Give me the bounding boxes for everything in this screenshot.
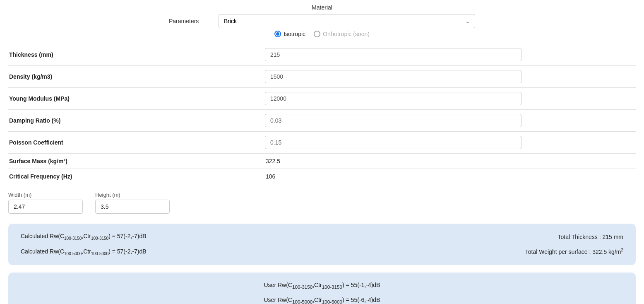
results-right: Total Thickness : 215 mm Total Weight pe… xyxy=(525,234,623,255)
width-group: Width (m) xyxy=(8,192,83,214)
surface-mass-value: 322.5 xyxy=(265,158,280,164)
param-row-young-modulus: Young Modulus (MPa) xyxy=(8,88,636,110)
param-name-critical-freq: Critical Frequency (Hz) xyxy=(8,173,265,180)
param-row-surface-mass: Surface Mass (kg/m²) 322.5 xyxy=(8,154,636,169)
calc-rw-5000: Calculated Rw(C100-5000,Ctr100-5000) = 5… xyxy=(21,248,147,256)
calculated-results-box: Calculated Rw(C100-3150,Ctr100-3150) = 5… xyxy=(8,224,636,265)
dimensions-section: Width (m) Height (m) xyxy=(8,192,636,214)
param-row-density: Density (kg/m3) xyxy=(8,66,636,88)
param-value-damping-ratio xyxy=(265,114,636,127)
total-thickness: Total Thickness : 215 mm xyxy=(525,234,623,240)
user-results-box: User Rw(C100-3150,Ctr100-3150) = 55(-1,-… xyxy=(8,273,636,304)
user-rw-5000: User Rw(C100-5000,Ctr100-5000) = 55(-6,-… xyxy=(264,297,380,304)
material-row: Parameters Brick Concrete Glass Steel Wo… xyxy=(8,14,636,28)
param-value-thickness xyxy=(265,48,636,61)
width-input[interactable] xyxy=(8,200,83,214)
width-label: Width (m) xyxy=(8,192,83,198)
height-group: Height (m) xyxy=(95,192,170,214)
isotropic-label: Isotropic xyxy=(284,31,305,37)
param-name-surface-mass: Surface Mass (kg/m²) xyxy=(8,158,265,164)
param-row-poisson: Poisson Coefficient xyxy=(8,132,636,154)
user-rw-3150: User Rw(C100-3150,Ctr100-3150) = 55(-1,-… xyxy=(264,282,380,290)
damping-ratio-input[interactable] xyxy=(265,114,521,127)
param-value-poisson xyxy=(265,136,636,149)
results-left: Calculated Rw(C100-3150,Ctr100-3150) = 5… xyxy=(21,233,147,256)
young-modulus-input[interactable] xyxy=(265,92,521,105)
param-name-young-modulus: Young Modulus (MPa) xyxy=(8,95,265,102)
total-weight: Total Weight per surface : 322.5 kg/m2 xyxy=(525,248,623,255)
param-value-critical-freq: 106 xyxy=(265,173,636,180)
param-row-thickness: Thickness (mm) xyxy=(8,44,636,66)
material-title: Material xyxy=(312,4,332,11)
material-select[interactable]: Brick Concrete Glass Steel Wood xyxy=(219,14,475,28)
param-value-surface-mass: 322.5 xyxy=(265,158,636,164)
param-name-damping-ratio: Damping Ratio (%) xyxy=(8,117,265,124)
param-value-density xyxy=(265,70,636,83)
critical-freq-value: 106 xyxy=(265,173,275,180)
calc-rw-3150: Calculated Rw(C100-3150,Ctr100-3150) = 5… xyxy=(21,233,147,241)
isotropy-radio-group: Isotropic Orthotropic (soon) xyxy=(8,31,636,37)
param-name-density: Density (kg/m3) xyxy=(8,73,265,80)
param-name-poisson: Poisson Coefficient xyxy=(8,139,265,146)
parameters-section: Thickness (mm) Density (kg/m3) Young Mod… xyxy=(8,44,636,184)
material-select-wrap: Brick Concrete Glass Steel Wood ⌄ xyxy=(219,14,475,28)
orthotropic-radio[interactable] xyxy=(314,31,320,37)
density-input[interactable] xyxy=(265,70,521,83)
height-input[interactable] xyxy=(95,200,170,214)
param-row-critical-freq: Critical Frequency (Hz) 106 xyxy=(8,169,636,184)
orthotropic-option[interactable]: Orthotropic (soon) xyxy=(314,31,370,37)
param-name-thickness: Thickness (mm) xyxy=(8,51,265,58)
param-row-damping-ratio: Damping Ratio (%) xyxy=(8,110,636,132)
isotropic-option[interactable]: Isotropic xyxy=(274,31,305,37)
poisson-input[interactable] xyxy=(265,136,521,149)
material-header: Material xyxy=(8,4,636,11)
thickness-input[interactable] xyxy=(265,48,521,61)
height-label: Height (m) xyxy=(95,192,170,198)
orthotropic-label: Orthotropic (soon) xyxy=(323,31,370,37)
isotropic-radio[interactable] xyxy=(274,31,281,37)
param-value-young-modulus xyxy=(265,92,636,105)
parameters-label: Parameters xyxy=(169,18,210,24)
